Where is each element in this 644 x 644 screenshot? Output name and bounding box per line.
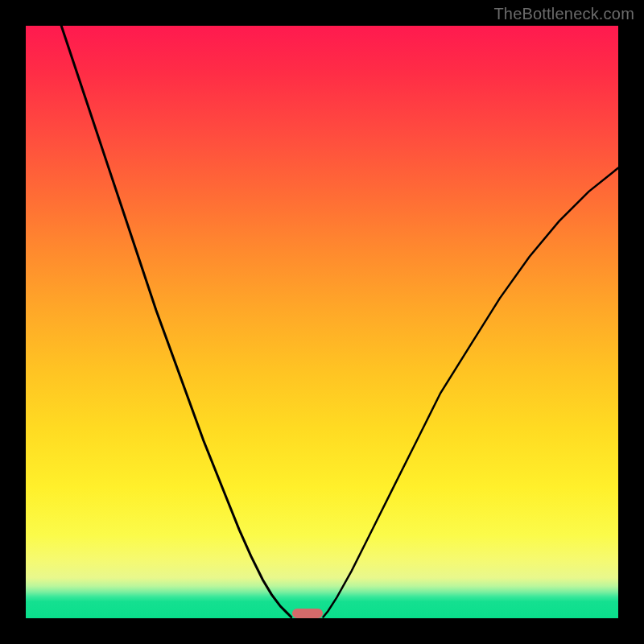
plot-background <box>26 26 618 618</box>
min-indicator <box>292 609 323 618</box>
chart-frame: TheBottleneck.com <box>0 0 644 644</box>
watermark-text: TheBottleneck.com <box>493 5 634 23</box>
